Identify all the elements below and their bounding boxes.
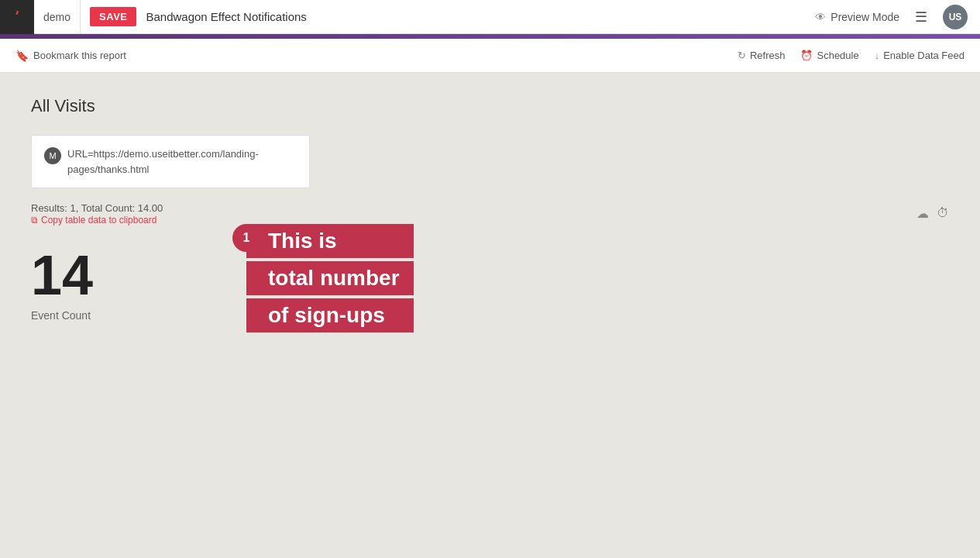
annotation-badge: 1 [232, 224, 260, 252]
results-row: Results: 1, Total Count: 14.00 ⧉ Copy ta… [31, 201, 949, 226]
enable-data-feed-label: Enable Data Feed [883, 50, 965, 61]
copy-icon: ⧉ [31, 215, 38, 226]
filter-row: M URL=https://demo.useitbetter.com/landi… [44, 146, 297, 177]
results-area: Results: 1, Total Count: 14.00 ⧉ Copy ta… [31, 201, 163, 226]
top-nav: ʼ demo SAVE Bandwagon Effect Notificatio… [0, 0, 980, 34]
clock-icon: ⏰ [800, 50, 813, 61]
results-icon-btn-2[interactable]: ⏱ [937, 206, 949, 220]
preview-mode-button[interactable]: 👁 Preview Mode [815, 11, 899, 23]
save-button[interactable]: SAVE [90, 7, 136, 26]
results-icon-actions: ☁ ⏱ [916, 206, 949, 221]
filter-type-badge: M [44, 147, 61, 164]
schedule-button[interactable]: ⏰ Schedule [800, 50, 858, 61]
annotation-line-1: This is [246, 224, 414, 258]
hamburger-icon: ☰ [915, 9, 927, 25]
page-title: All Visits [31, 96, 949, 116]
metric-label: Event Count [31, 309, 949, 322]
annotation-line-2: total number [246, 261, 414, 295]
hamburger-menu-button[interactable]: ☰ [912, 5, 930, 29]
enable-data-feed-button[interactable]: ↓ Enable Data Feed [875, 50, 965, 61]
workspace-label: demo [34, 0, 81, 33]
main-content: All Visits M URL=https://demo.useitbette… [0, 73, 980, 360]
metric-container: 14 Event Count [31, 247, 949, 322]
nav-right: 👁 Preview Mode ☰ US [815, 5, 980, 29]
logo-area[interactable]: ʼ [0, 0, 34, 34]
refresh-button[interactable]: ↻ Refresh [738, 50, 786, 61]
bookmark-area[interactable]: 🔖 Bookmark this report [15, 50, 126, 62]
user-avatar[interactable]: US [943, 5, 968, 29]
refresh-icon: ↻ [738, 50, 746, 61]
bookmark-icon: 🔖 [15, 50, 29, 62]
results-icon-btn-1[interactable]: ☁ [916, 206, 929, 221]
results-text: Results: 1, Total Count: 14.00 [31, 202, 163, 214]
metric-value: 14 [31, 247, 949, 303]
refresh-label: Refresh [750, 50, 786, 61]
eye-icon: 👁 [815, 11, 826, 23]
toolbar-actions: ↻ Refresh ⏰ Schedule ↓ Enable Data Feed [738, 50, 965, 61]
logo-icon: ʼ [15, 9, 19, 26]
bookmark-label: Bookmark this report [33, 50, 126, 61]
filter-box: M URL=https://demo.useitbetter.com/landi… [31, 135, 310, 188]
data-area: 14 Event Count 1 This is total number of… [31, 232, 949, 337]
report-title: Bandwagon Effect Notifications [146, 10, 815, 23]
toolbar-row: 🔖 Bookmark this report ↻ Refresh ⏰ Sched… [0, 39, 980, 73]
copy-clipboard-link[interactable]: ⧉ Copy table data to clipboard [31, 215, 163, 226]
copy-label: Copy table data to clipboard [41, 215, 156, 226]
schedule-label: Schedule [817, 50, 858, 61]
data-feed-icon: ↓ [875, 50, 880, 61]
filter-url-text: URL=https://demo.useitbetter.com/landing… [67, 146, 297, 177]
annotation-text-block: This is total number of sign-ups [246, 224, 414, 332]
preview-mode-label: Preview Mode [830, 11, 899, 23]
annotation-line-3: of sign-ups [246, 298, 414, 332]
